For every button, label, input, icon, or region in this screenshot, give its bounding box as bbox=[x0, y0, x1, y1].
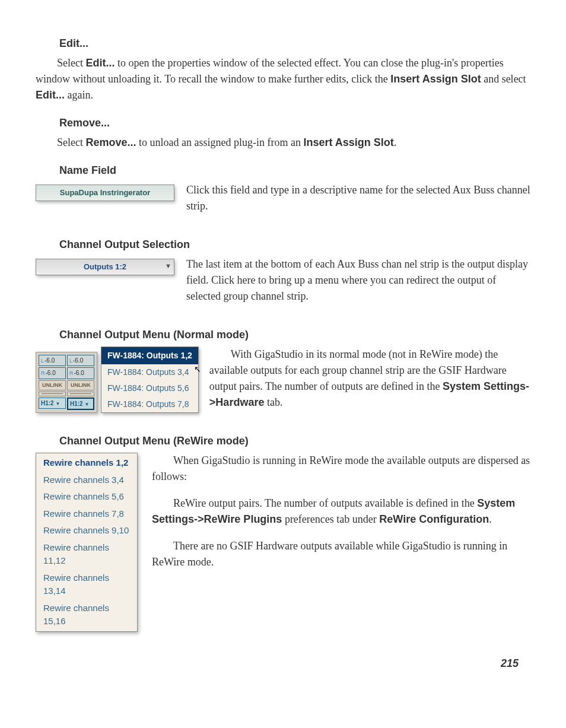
section-heading-edit: Edit... bbox=[36, 36, 530, 52]
meter-r-value-2: R-6.0 bbox=[67, 367, 94, 379]
paragraph-name-field: Click this field and type in a descripti… bbox=[186, 182, 530, 214]
unlink-button-2[interactable]: UNLINK bbox=[67, 380, 94, 391]
paragraph-rewire-1: When GigaStudio is running in ReWire mod… bbox=[152, 453, 530, 485]
page-number: 215 bbox=[36, 656, 530, 672]
output-selector[interactable]: H1:2 ▼ bbox=[39, 398, 66, 409]
menu-item[interactable]: Rewire channels 9,10 bbox=[36, 522, 137, 539]
rewire-menu-popup: Rewire channels 1,2 Rewire channels 3,4 … bbox=[36, 453, 138, 632]
name-field-input[interactable]: SupaDupa Instringerator bbox=[36, 185, 174, 201]
chevron-down-icon: ▼ bbox=[165, 261, 171, 271]
slider-track[interactable] bbox=[39, 392, 66, 396]
menu-item[interactable]: Rewire channels 5,6 bbox=[36, 488, 137, 506]
menu-item[interactable]: Rewire channels 1,2 bbox=[36, 454, 137, 472]
paragraph-edit: Select Edit... to open the properties wi… bbox=[36, 55, 530, 103]
meter-r-value: R-6.0 bbox=[39, 367, 66, 379]
menu-item[interactable]: Rewire channels 7,8 bbox=[36, 506, 137, 523]
section-heading-output-selection: Channel Output Selection bbox=[36, 237, 530, 253]
output-selector-active[interactable]: H1:2 ▼ bbox=[67, 398, 94, 410]
section-heading-remove: Remove... bbox=[36, 115, 530, 131]
menu-item[interactable]: Rewire channels 15,16 bbox=[36, 600, 137, 630]
section-heading-name-field: Name Field bbox=[36, 163, 530, 179]
paragraph-rewire-3: There are no GSIF Hardware outputs avail… bbox=[152, 538, 530, 570]
channel-strip: L-6.0 R-6.0 UNLINK H1:2 ▼ L-6.0 R-6.0 UN… bbox=[36, 352, 97, 414]
menu-item[interactable]: FW-1884: Outputs 3,4 bbox=[101, 364, 198, 380]
slider-track-2[interactable] bbox=[67, 392, 94, 396]
unlink-button[interactable]: UNLINK bbox=[39, 380, 66, 391]
section-heading-output-menu-normal: Channel Output Menu (Normal mode) bbox=[36, 327, 530, 343]
output-field-dropdown[interactable]: Outputs 1:2 ▼ bbox=[36, 259, 174, 275]
menu-item[interactable]: FW-1884: Outputs 7,8 bbox=[101, 396, 198, 412]
paragraph-rewire-2: ReWire output pairs. The number of outpu… bbox=[152, 495, 530, 527]
menu-item[interactable]: Rewire channels 3,4 bbox=[36, 472, 137, 489]
menu-item[interactable]: Rewire channels 11,12 bbox=[36, 539, 137, 570]
output-menu-popup: FW-1884: Outputs 1,2 FW-1884: Outputs 3,… bbox=[101, 346, 199, 413]
meter-l-value-2: L-6.0 bbox=[67, 355, 94, 367]
section-heading-output-menu-rewire: Channel Output Menu (ReWire mode) bbox=[36, 433, 530, 449]
menu-item[interactable]: FW-1884: Outputs 5,6 bbox=[101, 380, 198, 396]
meter-l-value: L-6.0 bbox=[39, 355, 66, 367]
menu-item[interactable]: FW-1884: Outputs 1,2 bbox=[101, 347, 198, 364]
paragraph-output-menu-normal: With GigaStudio in its normal mode (not … bbox=[209, 346, 530, 411]
menu-item[interactable]: Rewire channels 13,14 bbox=[36, 570, 137, 600]
cursor-icon: ↖ bbox=[194, 363, 201, 376]
paragraph-output-selection: The last item at the bottom of each Aux … bbox=[186, 256, 530, 304]
paragraph-remove: Select Remove... to unload an assigned p… bbox=[36, 135, 530, 151]
